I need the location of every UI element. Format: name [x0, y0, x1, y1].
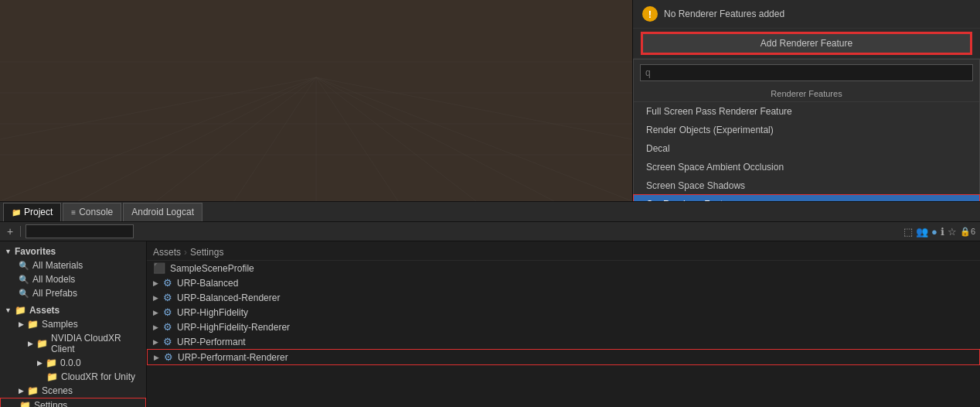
sidebar-item-all-prefabs[interactable]: 🔍 All Prefabs [0, 286, 146, 300]
assets-label: Assets [29, 305, 60, 316]
project-search-input[interactable] [26, 224, 134, 238]
file-item-samplesceneprofile[interactable]: ⬛SampleSceneProfile [147, 261, 980, 275]
features-list: Full Screen Pass Renderer FeatureRender … [634, 102, 979, 214]
breadcrumb-separator: › [184, 247, 187, 258]
file-item-urp-performant-renderer[interactable]: ▶⚙URP-Performant-Renderer [147, 349, 980, 365]
feature-item-screen-space-shadows[interactable]: Screen Space Shadows [634, 176, 979, 195]
assets-header: ▼ 📁 Assets [0, 303, 146, 317]
sidebar-item-samples[interactable]: ▶ 📁 Samples [0, 317, 146, 331]
add-renderer-button[interactable]: Add Renderer Feature [642, 33, 971, 53]
project-toolbar: + ⬚ 👥 ● ℹ ☆ 🔒6 [0, 222, 980, 241]
console-tab-icon: ≡ [71, 208, 76, 217]
breadcrumb-assets[interactable]: Assets [153, 247, 181, 258]
tab-console-label: Console [79, 207, 113, 217]
expand-icon: ▶ [153, 294, 158, 302]
folder-icon-samples: 📁 [27, 319, 39, 330]
panel-content: ▼ Favorites 🔍 All Materials 🔍 All Models… [0, 241, 980, 407]
sidebar-all-prefabs-label: All Prefabs [32, 288, 77, 299]
tab-project-label: Project [24, 207, 53, 217]
icon-grid[interactable]: ⬚ [903, 226, 913, 238]
breadcrumb-settings[interactable]: Settings [190, 247, 223, 258]
no-renderer-text: No Renderer Features added [664, 9, 784, 19]
icon-info[interactable]: ℹ [941, 226, 944, 238]
folder-icon-settings: 📁 [19, 400, 31, 407]
search-icon-materials: 🔍 [19, 261, 29, 271]
tab-project[interactable]: 📁 Project [3, 203, 61, 221]
renderer-icon: ⚙ [163, 306, 172, 318]
assets-folder-icon: 📁 [15, 305, 26, 316]
file-label: URP-Balanced-Renderer [177, 292, 280, 303]
folder-icon-scenes: 📁 [27, 385, 39, 396]
sidebar-item-scenes[interactable]: ▶ 📁 Scenes [0, 384, 146, 398]
file-label: URP-Balanced [177, 278, 238, 289]
expand-icon: ▶ [153, 279, 158, 287]
file-label: URP-Performant-Renderer [178, 352, 288, 363]
svg-line-13 [316, 77, 632, 139]
folder-icon-version: 📁 [46, 357, 57, 368]
profile-icon: ⬛ [153, 262, 165, 274]
tab-android-label: Android Logcat [131, 207, 194, 217]
feature-item-decal[interactable]: Decal [634, 139, 979, 158]
file-item-urp-performant[interactable]: ▶⚙URP-Performant [147, 334, 980, 349]
file-label: SampleSceneProfile [170, 263, 254, 274]
feature-item-ssao[interactable]: Screen Space Ambient Occlusion [634, 158, 979, 176]
renderer-icon: ⚙ [163, 321, 172, 333]
feature-item-render-objects[interactable]: Render Objects (Experimental) [634, 121, 979, 139]
file-label: URP-Performant [177, 337, 246, 347]
renderer-icon: ⚙ [163, 277, 172, 289]
renderer-search-input[interactable] [640, 64, 973, 81]
file-item-urp-highfidelity-renderer[interactable]: ▶⚙URP-HighFidelity-Renderer [147, 320, 980, 334]
svg-line-7 [234, 77, 316, 201]
tab-bar: 📁 Project ≡ Console Android Logcat [0, 202, 980, 222]
sidebar: ▼ Favorites 🔍 All Materials 🔍 All Models… [0, 241, 147, 407]
sidebar-item-nvidia[interactable]: ▶ 📁 NVIDIA CloudXR Client [0, 331, 146, 356]
bottom-area: 📁 Project ≡ Console Android Logcat + ⬚ 👥… [0, 201, 980, 407]
expand-icon: ▶ [153, 338, 158, 346]
file-list: Assets › Settings ⬛SampleSceneProfile▶⚙U… [147, 241, 980, 407]
icon-star[interactable]: ☆ [948, 226, 957, 238]
version-chevron: ▶ [37, 359, 43, 367]
tab-android-logcat[interactable]: Android Logcat [123, 203, 202, 221]
add-button[interactable]: + [5, 224, 15, 238]
search-icon-prefabs: 🔍 [19, 289, 29, 299]
sidebar-item-settings[interactable]: 📁 Settings [0, 398, 146, 407]
project-tab-icon: 📁 [12, 208, 21, 217]
svg-line-5 [78, 77, 316, 201]
svg-line-4 [0, 77, 316, 201]
feature-item-full-screen-pass[interactable]: Full Screen Pass Renderer Feature [634, 102, 979, 121]
toolbar-separator [20, 226, 21, 237]
sidebar-item-cloudxr[interactable]: 📁 CloudXR for Unity [0, 370, 146, 384]
scenes-chevron: ▶ [19, 387, 24, 395]
file-item-urp-balanced[interactable]: ▶⚙URP-Balanced [147, 275, 980, 290]
sidebar-all-models-label: All Models [32, 274, 75, 285]
viewport-grid [0, 0, 632, 201]
favorites-chevron: ▼ [5, 248, 12, 255]
file-label: URP-HighFidelity-Renderer [177, 322, 290, 333]
icon-vcs[interactable]: ● [931, 226, 937, 238]
right-panel: ! No Renderer Features added Add Rendere… [632, 0, 980, 201]
files-list-container: ⬛SampleSceneProfile▶⚙URP-Balanced▶⚙URP-B… [147, 261, 980, 365]
sidebar-item-all-models[interactable]: 🔍 All Models [0, 272, 146, 286]
icon-collab[interactable]: 👥 [916, 226, 928, 238]
add-renderer-btn-row: Add Renderer Feature [633, 29, 980, 59]
file-label: URP-HighFidelity [177, 307, 248, 318]
sidebar-scenes-label: Scenes [42, 385, 73, 396]
assets-chevron: ▼ [5, 306, 12, 314]
file-item-urp-balanced-renderer[interactable]: ▶⚙URP-Balanced-Renderer [147, 290, 980, 305]
svg-line-12 [316, 77, 632, 201]
file-item-urp-highfidelity[interactable]: ▶⚙URP-HighFidelity [147, 305, 980, 320]
sidebar-samples-label: Samples [42, 319, 78, 330]
toolbar-icons: ⬚ 👥 ● ℹ ☆ 🔒6 [903, 226, 975, 238]
sidebar-item-version[interactable]: ▶ 📁 0.0.0 [0, 356, 146, 370]
sidebar-version-label: 0.0.0 [60, 357, 81, 368]
sidebar-item-all-materials[interactable]: 🔍 All Materials [0, 258, 146, 272]
sidebar-all-materials-label: All Materials [32, 260, 83, 271]
svg-line-9 [316, 77, 398, 201]
svg-line-11 [316, 77, 554, 201]
breadcrumb: Assets › Settings [147, 245, 980, 261]
tab-console[interactable]: ≡ Console [63, 203, 121, 221]
nvidia-chevron: ▶ [28, 340, 33, 347]
sidebar-cloudxr-label: CloudXR for Unity [61, 371, 135, 382]
svg-line-14 [0, 77, 316, 139]
samples-chevron: ▶ [19, 320, 24, 328]
